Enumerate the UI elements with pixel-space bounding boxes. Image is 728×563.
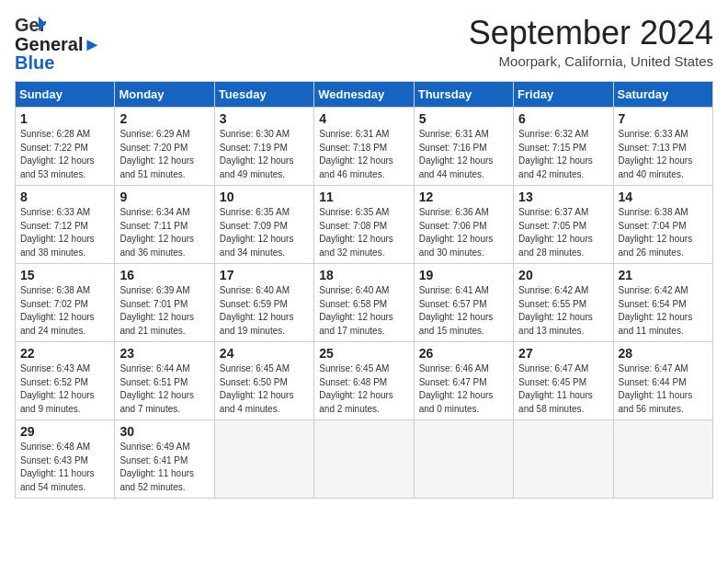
day-number: 14 bbox=[619, 190, 708, 204]
calendar-cell: 23Sunrise: 6:44 AM Sunset: 6:51 PM Dayli… bbox=[115, 342, 214, 420]
calendar-cell bbox=[314, 420, 414, 499]
day-info: Sunrise: 6:33 AM Sunset: 7:12 PM Dayligh… bbox=[20, 206, 109, 259]
day-info: Sunrise: 6:49 AM Sunset: 6:41 PM Dayligh… bbox=[119, 441, 209, 494]
day-number: 12 bbox=[419, 190, 508, 204]
calendar-cell: 29Sunrise: 6:48 AM Sunset: 6:43 PM Dayli… bbox=[16, 420, 115, 499]
day-info: Sunrise: 6:44 AM Sunset: 6:51 PM Dayligh… bbox=[119, 362, 209, 416]
day-info: Sunrise: 6:28 AM Sunset: 7:22 PM Dayligh… bbox=[20, 128, 109, 181]
day-info: Sunrise: 6:38 AM Sunset: 7:04 PM Dayligh… bbox=[619, 206, 708, 259]
day-number: 6 bbox=[518, 111, 608, 126]
day-info: Sunrise: 6:42 AM Sunset: 6:55 PM Dayligh… bbox=[518, 284, 608, 338]
day-info: Sunrise: 6:47 AM Sunset: 6:45 PM Dayligh… bbox=[518, 362, 608, 416]
calendar-cell: 19Sunrise: 6:41 AM Sunset: 6:57 PM Dayli… bbox=[414, 264, 513, 342]
calendar-cell: 5Sunrise: 6:31 AM Sunset: 7:16 PM Daylig… bbox=[414, 108, 513, 186]
day-number: 17 bbox=[220, 268, 309, 282]
day-number: 18 bbox=[319, 268, 408, 282]
logo: General General► Blue bbox=[15, 15, 101, 72]
day-number: 19 bbox=[419, 268, 508, 282]
weekday-header-saturday: Saturday bbox=[613, 82, 712, 108]
day-info: Sunrise: 6:47 AM Sunset: 6:44 PM Dayligh… bbox=[619, 362, 708, 416]
day-number: 27 bbox=[518, 346, 608, 361]
day-info: Sunrise: 6:46 AM Sunset: 6:47 PM Dayligh… bbox=[419, 362, 508, 416]
day-info: Sunrise: 6:39 AM Sunset: 7:01 PM Dayligh… bbox=[119, 284, 209, 338]
weekday-header-tuesday: Tuesday bbox=[214, 82, 313, 108]
day-info: Sunrise: 6:32 AM Sunset: 7:15 PM Dayligh… bbox=[518, 128, 608, 181]
day-info: Sunrise: 6:45 AM Sunset: 6:50 PM Dayligh… bbox=[220, 362, 309, 416]
calendar-cell: 14Sunrise: 6:38 AM Sunset: 7:04 PM Dayli… bbox=[613, 186, 712, 264]
day-number: 5 bbox=[419, 111, 508, 126]
calendar-cell bbox=[514, 420, 613, 499]
calendar-cell: 6Sunrise: 6:32 AM Sunset: 7:15 PM Daylig… bbox=[514, 108, 613, 186]
calendar-cell: 9Sunrise: 6:34 AM Sunset: 7:11 PM Daylig… bbox=[115, 186, 214, 264]
calendar-week-row: 15Sunrise: 6:38 AM Sunset: 7:02 PM Dayli… bbox=[16, 264, 713, 342]
calendar-week-row: 22Sunrise: 6:43 AM Sunset: 6:52 PM Dayli… bbox=[16, 342, 713, 420]
weekday-header-thursday: Thursday bbox=[414, 82, 513, 108]
day-info: Sunrise: 6:34 AM Sunset: 7:11 PM Dayligh… bbox=[119, 206, 209, 259]
day-info: Sunrise: 6:42 AM Sunset: 6:54 PM Dayligh… bbox=[619, 284, 708, 338]
calendar-cell: 22Sunrise: 6:43 AM Sunset: 6:52 PM Dayli… bbox=[16, 342, 115, 420]
weekday-header-wednesday: Wednesday bbox=[314, 82, 414, 108]
calendar-cell: 27Sunrise: 6:47 AM Sunset: 6:45 PM Dayli… bbox=[514, 342, 613, 420]
location: Moorpark, California, United States bbox=[469, 53, 713, 69]
calendar-cell: 12Sunrise: 6:36 AM Sunset: 7:06 PM Dayli… bbox=[414, 186, 513, 264]
day-number: 15 bbox=[20, 268, 109, 282]
calendar-table: SundayMondayTuesdayWednesdayThursdayFrid… bbox=[15, 81, 713, 499]
day-info: Sunrise: 6:30 AM Sunset: 7:19 PM Dayligh… bbox=[220, 128, 309, 181]
day-info: Sunrise: 6:37 AM Sunset: 7:05 PM Dayligh… bbox=[518, 206, 608, 259]
day-number: 24 bbox=[220, 346, 309, 361]
calendar-week-row: 8Sunrise: 6:33 AM Sunset: 7:12 PM Daylig… bbox=[16, 186, 713, 264]
day-number: 26 bbox=[419, 346, 508, 361]
calendar-cell: 30Sunrise: 6:49 AM Sunset: 6:41 PM Dayli… bbox=[115, 420, 214, 499]
day-info: Sunrise: 6:31 AM Sunset: 7:16 PM Dayligh… bbox=[419, 128, 508, 181]
day-number: 21 bbox=[619, 268, 708, 282]
calendar-week-row: 29Sunrise: 6:48 AM Sunset: 6:43 PM Dayli… bbox=[16, 420, 713, 499]
day-number: 28 bbox=[619, 346, 708, 361]
calendar-cell: 28Sunrise: 6:47 AM Sunset: 6:44 PM Dayli… bbox=[613, 342, 712, 420]
calendar-cell: 8Sunrise: 6:33 AM Sunset: 7:12 PM Daylig… bbox=[16, 186, 115, 264]
day-info: Sunrise: 6:35 AM Sunset: 7:09 PM Dayligh… bbox=[220, 206, 309, 259]
logo-blue: Blue bbox=[15, 53, 101, 72]
month-title: September 2024 bbox=[469, 15, 713, 52]
weekday-header-row: SundayMondayTuesdayWednesdayThursdayFrid… bbox=[16, 82, 713, 108]
calendar-cell: 15Sunrise: 6:38 AM Sunset: 7:02 PM Dayli… bbox=[16, 264, 115, 342]
day-number: 22 bbox=[20, 346, 109, 361]
day-number: 13 bbox=[518, 190, 608, 204]
day-info: Sunrise: 6:36 AM Sunset: 7:06 PM Dayligh… bbox=[419, 206, 508, 259]
calendar-cell: 24Sunrise: 6:45 AM Sunset: 6:50 PM Dayli… bbox=[214, 342, 313, 420]
day-number: 16 bbox=[119, 268, 209, 282]
calendar-cell bbox=[613, 420, 712, 499]
day-number: 3 bbox=[220, 111, 309, 126]
calendar-cell: 25Sunrise: 6:45 AM Sunset: 6:48 PM Dayli… bbox=[314, 342, 414, 420]
day-number: 8 bbox=[20, 190, 109, 204]
day-number: 9 bbox=[119, 190, 209, 204]
calendar-cell bbox=[414, 420, 513, 499]
calendar-cell: 16Sunrise: 6:39 AM Sunset: 7:01 PM Dayli… bbox=[115, 264, 214, 342]
day-number: 2 bbox=[119, 111, 209, 126]
calendar-cell: 1Sunrise: 6:28 AM Sunset: 7:22 PM Daylig… bbox=[16, 108, 115, 186]
weekday-header-sunday: Sunday bbox=[16, 82, 115, 108]
weekday-header-monday: Monday bbox=[115, 82, 214, 108]
day-number: 25 bbox=[319, 346, 408, 361]
day-info: Sunrise: 6:29 AM Sunset: 7:20 PM Dayligh… bbox=[119, 128, 209, 181]
calendar-cell: 26Sunrise: 6:46 AM Sunset: 6:47 PM Dayli… bbox=[414, 342, 513, 420]
calendar-week-row: 1Sunrise: 6:28 AM Sunset: 7:22 PM Daylig… bbox=[16, 108, 713, 186]
day-number: 7 bbox=[619, 111, 708, 126]
day-number: 20 bbox=[518, 268, 608, 282]
calendar-cell: 3Sunrise: 6:30 AM Sunset: 7:19 PM Daylig… bbox=[214, 108, 313, 186]
day-info: Sunrise: 6:43 AM Sunset: 6:52 PM Dayligh… bbox=[20, 362, 109, 416]
day-info: Sunrise: 6:40 AM Sunset: 6:59 PM Dayligh… bbox=[220, 284, 309, 338]
calendar-cell: 4Sunrise: 6:31 AM Sunset: 7:18 PM Daylig… bbox=[314, 108, 414, 186]
day-info: Sunrise: 6:35 AM Sunset: 7:08 PM Dayligh… bbox=[319, 206, 408, 259]
title-area: September 2024 Moorpark, California, Uni… bbox=[469, 15, 713, 69]
calendar-cell: 17Sunrise: 6:40 AM Sunset: 6:59 PM Dayli… bbox=[214, 264, 313, 342]
day-number: 1 bbox=[20, 111, 109, 126]
calendar-cell: 10Sunrise: 6:35 AM Sunset: 7:09 PM Dayli… bbox=[214, 186, 313, 264]
day-number: 11 bbox=[319, 190, 408, 204]
calendar-cell: 13Sunrise: 6:37 AM Sunset: 7:05 PM Dayli… bbox=[514, 186, 613, 264]
day-info: Sunrise: 6:45 AM Sunset: 6:48 PM Dayligh… bbox=[319, 362, 408, 416]
calendar-cell: 20Sunrise: 6:42 AM Sunset: 6:55 PM Dayli… bbox=[514, 264, 613, 342]
weekday-header-friday: Friday bbox=[514, 82, 613, 108]
day-info: Sunrise: 6:31 AM Sunset: 7:18 PM Dayligh… bbox=[319, 128, 408, 181]
calendar-cell: 21Sunrise: 6:42 AM Sunset: 6:54 PM Dayli… bbox=[613, 264, 712, 342]
page-header: General General► Blue September 2024 Moo… bbox=[15, 15, 713, 72]
